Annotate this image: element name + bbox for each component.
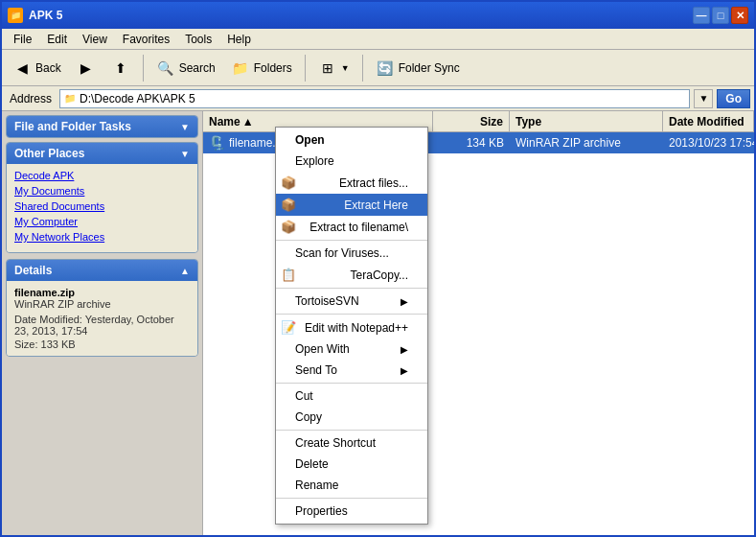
views-button[interactable]: ⊞ ▼ <box>311 55 356 82</box>
teracopy-icon: 📋 <box>280 268 297 282</box>
other-places-body: Decode APK My Documents Shared Documents… <box>7 164 197 252</box>
submenu-arrow-open-with: ▶ <box>401 344 408 355</box>
folder-icon: 📁 <box>64 93 76 104</box>
link-decode-apk[interactable]: Decode APK <box>14 170 190 181</box>
address-path[interactable]: D:\Decode APK\APK 5 <box>80 92 195 105</box>
ctx-tortoisesvn[interactable]: TortoiseSVN ▶ <box>276 291 427 312</box>
window-title: APK 5 <box>29 9 693 22</box>
maximize-button[interactable]: □ <box>712 7 729 24</box>
submenu-arrow-tortoisesvn: ▶ <box>401 296 408 307</box>
ctx-sep-5 <box>276 430 427 431</box>
back-button[interactable]: ◀ Back <box>6 55 68 82</box>
ctx-rename[interactable]: Rename <box>276 475 427 496</box>
window-icon: 📁 <box>8 8 23 23</box>
address-dropdown-button[interactable]: ▼ <box>694 89 713 108</box>
menu-help[interactable]: Help <box>219 31 259 48</box>
col-header-type[interactable]: Type <box>510 111 663 131</box>
up-button[interactable]: ⬆ <box>104 55 137 82</box>
file-icon: 🗜️ <box>209 135 225 151</box>
address-label: Address <box>6 92 56 105</box>
ctx-delete[interactable]: Delete <box>276 454 427 475</box>
ctx-teracopy[interactable]: 📋 TeraCopy... <box>276 264 427 286</box>
file-size-cell: 134 KB <box>433 134 510 152</box>
ctx-open-with[interactable]: Open With ▶ <box>276 339 427 360</box>
window-frame: 📁 APK 5 — □ ✕ File Edit View Favorites T… <box>0 0 756 537</box>
collapse-icon-3: ▲ <box>180 266 190 276</box>
toolbar-sep-1 <box>143 55 144 82</box>
ctx-scan[interactable]: Scan for Viruses... <box>276 243 427 264</box>
forward-icon: ▶ <box>77 58 96 78</box>
details-type: WinRAR ZIP archive <box>14 298 190 310</box>
collapse-icon-2: ▼ <box>180 149 190 159</box>
ctx-cut[interactable]: Cut <box>276 385 427 407</box>
ctx-properties[interactable]: Properties <box>276 501 427 522</box>
menu-edit[interactable]: Edit <box>39 31 75 48</box>
context-menu: Open Explore 📦 Extract files... 📦 Extrac… <box>275 127 428 525</box>
menu-favorites[interactable]: Favorites <box>115 31 177 48</box>
ctx-open[interactable]: Open <box>276 129 427 151</box>
col-header-size[interactable]: Size <box>433 111 510 131</box>
menu-view[interactable]: View <box>75 31 115 48</box>
forward-button[interactable]: ▶ <box>70 55 103 82</box>
file-folder-tasks-section: File and Folder Tasks ▼ <box>6 115 198 138</box>
details-date: Date Modified: Yesterday, October 23, 20… <box>14 314 190 337</box>
left-panel: File and Folder Tasks ▼ Other Places ▼ D… <box>2 111 203 537</box>
minimize-button[interactable]: — <box>693 7 710 24</box>
link-my-computer[interactable]: My Computer <box>14 216 190 227</box>
ctx-notepad[interactable]: 📝 Edit with Notepad++ <box>276 316 427 339</box>
views-icon: ⊞ <box>318 58 337 78</box>
address-input-wrap: 📁 D:\Decode APK\APK 5 <box>59 89 690 108</box>
details-section: Details ▲ filename.zip WinRAR ZIP archiv… <box>6 259 198 357</box>
search-button[interactable]: 🔍 Search <box>149 55 222 82</box>
extract-files-icon: 📦 <box>280 175 297 190</box>
col-header-date[interactable]: Date Modified <box>663 111 754 131</box>
ctx-sep-1 <box>276 240 427 241</box>
ctx-sep-2 <box>276 288 427 289</box>
address-bar: Address 📁 D:\Decode APK\APK 5 ▼ Go <box>2 86 754 111</box>
link-my-network[interactable]: My Network Places <box>14 231 190 243</box>
file-type-cell: WinRAR ZIP archive <box>510 134 663 152</box>
folder-sync-icon: 🔄 <box>376 58 395 78</box>
ctx-explore[interactable]: Explore <box>276 151 427 172</box>
extract-here-icon: 📦 <box>280 198 297 212</box>
file-date-cell: 2013/10/23 17:54 <box>663 134 754 152</box>
toolbar: ◀ Back ▶ ⬆ 🔍 Search 📁 Folders ⊞ ▼ 🔄 Fold… <box>2 50 754 86</box>
ctx-sep-6 <box>276 498 427 499</box>
collapse-icon: ▼ <box>180 122 190 132</box>
details-filename: filename.zip <box>14 287 190 298</box>
file-folder-tasks-header[interactable]: File and Folder Tasks ▼ <box>7 116 197 137</box>
toolbar-sep-2 <box>305 55 306 82</box>
link-my-documents[interactable]: My Documents <box>14 185 190 197</box>
details-body: filename.zip WinRAR ZIP archive Date Mod… <box>7 281 197 356</box>
other-places-header[interactable]: Other Places ▼ <box>7 143 197 164</box>
go-button[interactable]: Go <box>717 89 750 108</box>
notepad-icon: 📝 <box>280 320 297 335</box>
ctx-extract-files[interactable]: 📦 Extract files... <box>276 172 427 194</box>
extract-to-icon: 📦 <box>280 220 297 234</box>
ctx-create-shortcut[interactable]: Create Shortcut <box>276 432 427 454</box>
menu-tools[interactable]: Tools <box>177 31 219 48</box>
other-places-section: Other Places ▼ Decode APK My Documents S… <box>6 142 198 253</box>
menu-bar: File Edit View Favorites Tools Help <box>2 29 754 50</box>
details-size: Size: 133 KB <box>14 339 190 350</box>
ctx-sep-4 <box>276 383 427 384</box>
folders-button[interactable]: 📁 Folders <box>224 55 299 82</box>
ctx-extract-to[interactable]: 📦 Extract to filename\ <box>276 216 427 238</box>
ctx-copy[interactable]: Copy <box>276 407 427 428</box>
close-button[interactable]: ✕ <box>731 7 748 24</box>
back-icon: ◀ <box>12 58 32 78</box>
folders-icon: 📁 <box>231 58 250 78</box>
folder-sync-button[interactable]: 🔄 Folder Sync <box>369 55 467 82</box>
ctx-sep-3 <box>276 314 427 315</box>
up-icon: ⬆ <box>111 58 130 78</box>
toolbar-sep-3 <box>362 55 363 82</box>
menu-file[interactable]: File <box>6 31 39 48</box>
details-header[interactable]: Details ▲ <box>7 260 197 281</box>
ctx-extract-here[interactable]: 📦 Extract Here <box>276 194 427 216</box>
ctx-send-to[interactable]: Send To ▶ <box>276 360 427 381</box>
submenu-arrow-send-to: ▶ <box>401 365 408 376</box>
link-shared-documents[interactable]: Shared Documents <box>14 200 190 212</box>
window-controls: — □ ✕ <box>693 7 748 24</box>
search-icon: 🔍 <box>156 58 175 78</box>
title-bar: 📁 APK 5 — □ ✕ <box>2 2 754 29</box>
